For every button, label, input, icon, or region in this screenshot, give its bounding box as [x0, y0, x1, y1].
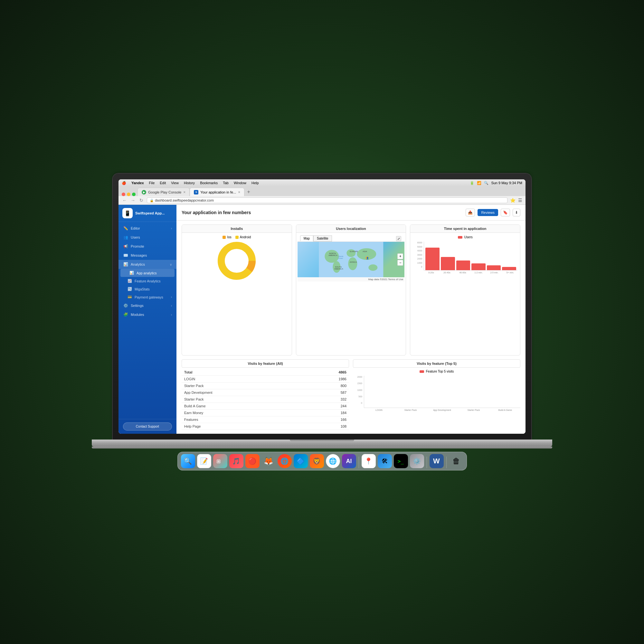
forward-button[interactable]: → — [130, 198, 136, 203]
tab-title-2: Your application in fe... — [200, 190, 236, 194]
map-zoom-in-button[interactable]: + — [397, 253, 403, 259]
dock-chrome[interactable]: 🌐 — [326, 454, 340, 468]
time-legend-color — [458, 236, 462, 239]
back-button[interactable]: ← — [122, 198, 128, 203]
dock-app1[interactable]: 🔴 — [245, 454, 260, 468]
reviews-button[interactable]: Reviews — [478, 209, 498, 216]
map-expand-button[interactable]: ⤢ — [396, 236, 401, 241]
value-help-page: 108 — [302, 423, 349, 430]
top5-legend: Feature Top 5 visits — [353, 370, 520, 373]
sidebar-item-users[interactable]: 👥 Users — [118, 233, 176, 242]
sidebar-label-analytics: Analytics — [131, 262, 167, 266]
dock-launchpad[interactable]: ⊞ — [213, 454, 227, 468]
dock-music[interactable]: 🎵 — [229, 454, 243, 468]
svg-text:👤: 👤 — [366, 257, 369, 260]
ai-icon: AI — [346, 458, 352, 465]
editor-icon: ✏️ — [123, 226, 128, 231]
tab-close-1[interactable]: × — [183, 190, 185, 194]
top5-x-label-login: LOGIN — [364, 409, 394, 411]
new-tab-button[interactable]: + — [244, 188, 253, 196]
history-menu[interactable]: History — [184, 181, 195, 185]
file-menu[interactable]: File — [149, 181, 155, 185]
svg-text:Ocean: Ocean — [338, 257, 343, 259]
time-spent-legend: Users — [413, 235, 517, 239]
bookmark-action-button[interactable]: 🔖 — [501, 209, 510, 216]
sidebar-item-settings[interactable]: ⚙️ Settings › — [118, 301, 176, 310]
edit-menu[interactable]: Edit — [160, 181, 166, 185]
tab-close-2[interactable]: × — [238, 190, 240, 194]
top5-y-1500: 1500 — [353, 382, 363, 384]
bookmarks-menu[interactable]: Bookmarks — [200, 181, 218, 185]
dock-xcode[interactable]: 🛠 — [378, 454, 392, 468]
sidebar-subitem-feature-analytics[interactable]: 📈 Feature Analytics — [118, 277, 176, 285]
ios-legend-label: Ios — [227, 235, 231, 239]
x-label-4060s: 40-60s — [456, 271, 470, 274]
close-button[interactable] — [122, 193, 125, 196]
sidebar-item-analytics[interactable]: 📊 Analytics ∨ — [118, 260, 176, 269]
tab-app-analytics[interactable]: S Your application in fe... × — [190, 188, 244, 196]
sidebar-subitem-migastats[interactable]: 📉 MigaStats — [118, 285, 176, 293]
help-menu[interactable]: Help — [251, 181, 259, 185]
map-tab-map[interactable]: Map — [300, 235, 313, 241]
datetime-display: Sun 9 May 9:34 PM — [491, 181, 522, 185]
value-starter-pack-1: 800 — [302, 383, 349, 389]
dock-brave[interactable]: 🦁 — [310, 454, 324, 468]
sidebar-nav: ✏️ Editor › 👥 Users 📢 Promote — [118, 222, 176, 419]
map-tab-satellite[interactable]: Satellite — [313, 235, 332, 241]
address-bar[interactable]: 🔒 dashboard.swiftspeedappcreator.com — [147, 197, 507, 203]
map-zoom-out-button[interactable]: − — [397, 260, 403, 266]
sidebar-item-modules[interactable]: 🧩 Modules › — [118, 310, 176, 319]
sidebar-subitem-app-analytics[interactable]: 📊 App analytics — [120, 269, 175, 277]
sidebar-item-promote[interactable]: 📢 Promote — [118, 242, 176, 251]
dock-trash[interactable]: 🗑 — [449, 454, 463, 468]
window-menu[interactable]: Window — [234, 181, 246, 185]
word-icon: W — [433, 457, 440, 465]
menu-icon[interactable]: ☰ — [518, 198, 522, 203]
browser-window: 🍎 Yandex File Edit View History Bookmark… — [118, 179, 526, 434]
top5-x-label-app-dev: App Development — [427, 409, 457, 411]
sidebar-label-promote: Promote — [131, 244, 172, 248]
visits-table-section: Visits by feature (All) Total 4865 — [182, 359, 349, 430]
dock-settings[interactable]: ⚙️ — [410, 454, 424, 468]
tab-menu[interactable]: Tab — [223, 181, 229, 185]
time-bar-1 — [425, 248, 440, 270]
table-row: Earn Money 184 — [182, 410, 349, 416]
y-label-2000: 2000 — [413, 258, 423, 260]
dock-terminal[interactable]: >_ — [394, 454, 408, 468]
xcode-icon: 🛠 — [382, 458, 388, 465]
dock-finder[interactable]: 🔍 — [181, 454, 195, 468]
dock-edge[interactable]: 🔷 — [294, 454, 308, 468]
tab-google-play-console[interactable]: ▶ Google Play Console × — [137, 188, 190, 196]
android-legend-label: Android — [240, 235, 251, 239]
feature-build-game: Build A Game — [182, 403, 302, 410]
dock-notes[interactable]: 📝 — [197, 454, 211, 468]
settings-arrow-icon: › — [171, 304, 172, 308]
dock-ai[interactable]: AI — [342, 454, 356, 468]
sidebar-item-editor[interactable]: ✏️ Editor › — [118, 224, 176, 233]
sidebar-item-messages[interactable]: ✉️ Messages — [118, 251, 176, 260]
minimize-button[interactable] — [127, 193, 130, 196]
localization-widget-title: Users localization — [296, 225, 406, 233]
dock-yandex[interactable]: 🌐 — [278, 454, 292, 468]
view-menu[interactable]: View — [171, 181, 179, 185]
contact-support-button[interactable]: Contact Support — [123, 422, 172, 431]
fullscreen-button[interactable] — [132, 193, 136, 196]
dock-firefox[interactable]: 🦊 — [261, 454, 276, 468]
dock-maps[interactable]: 📍 — [362, 454, 376, 468]
y-label-5000: 5000 — [413, 246, 423, 248]
value-login: 1986 — [302, 376, 349, 383]
refresh-button[interactable]: ↻ — [138, 198, 144, 203]
app1-icon: 🔴 — [248, 457, 256, 465]
bookmark-icon[interactable]: ⭐ — [510, 198, 516, 203]
apple-menu[interactable]: 🍎 — [122, 181, 126, 185]
download-button[interactable]: ⬇ — [513, 209, 520, 216]
share-button[interactable]: 📤 — [466, 209, 475, 216]
main-content: Your application in few numbers 📤 Review… — [176, 205, 526, 434]
search-menubar[interactable]: 🔍 — [484, 181, 488, 185]
app-name-menu[interactable]: Yandex — [131, 181, 144, 185]
map-attribution: Map data ©2021 Terms of Use — [298, 277, 405, 281]
time-bar-4 — [471, 263, 486, 270]
dock-word[interactable]: W — [430, 454, 444, 468]
sidebar-subitem-payment-gateways[interactable]: 💳 Payment gateways › — [118, 293, 176, 301]
time-bar-5 — [487, 265, 501, 270]
